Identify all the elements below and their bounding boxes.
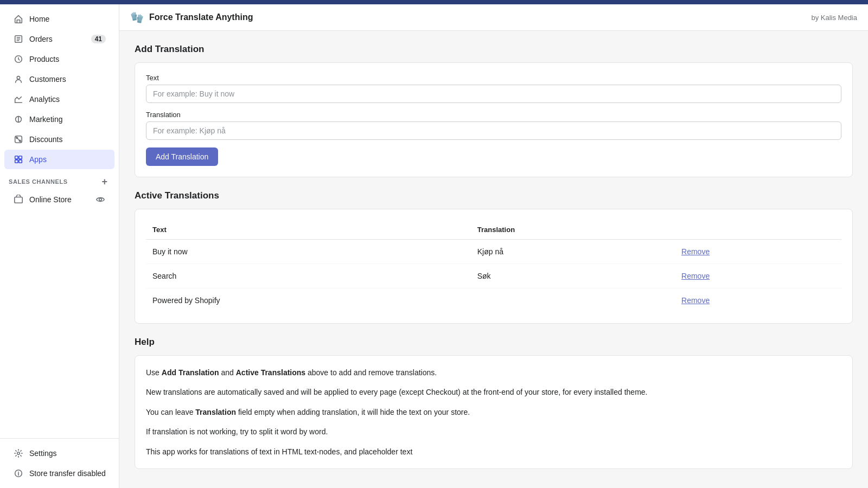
- sidebar-bottom: Settings Store transfer disabled: [0, 438, 119, 488]
- svg-rect-7: [19, 156, 22, 159]
- translation-text-cell: Powered by Shopify: [146, 288, 471, 313]
- sales-channels-header: SALES CHANNELS +: [0, 170, 119, 189]
- visibility-icon: [95, 194, 106, 205]
- app-title-text: Force Translate Anything: [149, 12, 253, 22]
- apps-label: Apps: [29, 155, 47, 164]
- add-translation-title: Add Translation: [135, 44, 853, 55]
- analytics-icon: [13, 94, 24, 105]
- info-icon: [13, 468, 24, 479]
- remove-button[interactable]: Remove: [681, 272, 710, 280]
- customers-icon: [13, 74, 24, 85]
- by-label: by Kalis Media: [811, 14, 857, 22]
- home-label: Home: [29, 15, 49, 23]
- discounts-icon: [13, 134, 24, 145]
- svg-rect-8: [15, 160, 18, 163]
- remove-cell: Remove: [675, 240, 841, 264]
- table-row: Buy it now Kjøp nå Remove: [146, 240, 841, 264]
- translation-value-cell: Søk: [471, 264, 675, 288]
- customers-label: Customers: [29, 75, 66, 84]
- translation-field-group: Translation: [146, 111, 841, 140]
- help-card: Use Add Translation and Active Translati…: [135, 355, 853, 469]
- sidebar-item-home[interactable]: Home: [4, 9, 114, 29]
- remove-cell: Remove: [675, 264, 841, 288]
- online-store-icon: [13, 194, 24, 205]
- help-paragraph: If translation is not working, try to sp…: [146, 426, 841, 438]
- orders-badge: 41: [91, 35, 106, 43]
- help-paragraph: You can leave Translation field empty wh…: [146, 406, 841, 418]
- table-row: Search Søk Remove: [146, 264, 841, 288]
- products-icon: [13, 54, 24, 65]
- sidebar-item-discounts[interactable]: Discounts: [4, 130, 114, 149]
- svg-point-11: [99, 198, 102, 201]
- products-label: Products: [29, 55, 59, 63]
- help-title: Help: [135, 337, 853, 348]
- analytics-label: Analytics: [29, 95, 60, 104]
- remove-button[interactable]: Remove: [681, 247, 710, 256]
- sidebar-item-store-transfer[interactable]: Store transfer disabled: [4, 464, 114, 483]
- col-action-header: [675, 220, 841, 240]
- table-row: Powered by Shopify Remove: [146, 288, 841, 313]
- orders-icon: [13, 34, 24, 44]
- add-translation-button[interactable]: Add Translation: [146, 147, 218, 166]
- translation-value-cell: Kjøp nå: [471, 240, 675, 264]
- translation-input[interactable]: [146, 121, 841, 140]
- marketing-label: Marketing: [29, 115, 62, 124]
- svg-rect-9: [19, 160, 22, 163]
- translations-table: Text Translation Buy it now Kjøp nå Remo…: [146, 220, 841, 312]
- translation-value-cell: [471, 288, 675, 313]
- top-bar: [0, 0, 868, 4]
- app-emoji: 🧤: [130, 11, 144, 24]
- col-translation-header: Translation: [471, 220, 675, 240]
- sidebar-item-settings[interactable]: Settings: [4, 444, 114, 463]
- online-store-label: Online Store: [29, 195, 72, 204]
- active-translations-title: Active Translations: [135, 190, 853, 201]
- sidebar-item-customers[interactable]: Customers: [4, 69, 114, 89]
- sidebar: Home Orders 41 Products Customers: [0, 4, 119, 488]
- main-content-area: 🧤 Force Translate Anything by Kalis Medi…: [119, 4, 868, 488]
- text-label: Text: [146, 74, 841, 82]
- home-icon: [13, 14, 24, 24]
- svg-point-2: [17, 76, 20, 79]
- sidebar-item-marketing[interactable]: Marketing: [4, 110, 114, 129]
- help-paragraph: New translations are automatically saved…: [146, 386, 841, 398]
- marketing-icon: [13, 114, 24, 125]
- add-sales-channel-button[interactable]: +: [99, 176, 110, 187]
- text-field-group: Text: [146, 74, 841, 103]
- translation-text-cell: Buy it now: [146, 240, 471, 264]
- remove-cell: Remove: [675, 288, 841, 313]
- svg-point-12: [17, 452, 20, 455]
- main-header: 🧤 Force Translate Anything by Kalis Medi…: [119, 4, 868, 31]
- translation-label: Translation: [146, 111, 841, 119]
- store-transfer-label: Store transfer disabled: [29, 469, 106, 478]
- discounts-label: Discounts: [29, 135, 62, 144]
- active-translations-card: Text Translation Buy it now Kjøp nå Remo…: [135, 209, 853, 324]
- sales-channels-label: SALES CHANNELS: [9, 178, 68, 185]
- svg-rect-10: [15, 197, 22, 203]
- sidebar-item-products[interactable]: Products: [4, 49, 114, 69]
- settings-label: Settings: [29, 449, 57, 458]
- help-paragraph: Use Add Translation and Active Translati…: [146, 367, 841, 378]
- orders-label: Orders: [29, 35, 53, 43]
- text-input[interactable]: [146, 85, 841, 103]
- remove-button[interactable]: Remove: [681, 296, 710, 305]
- translation-text-cell: Search: [146, 264, 471, 288]
- sidebar-item-online-store[interactable]: Online Store: [4, 190, 114, 209]
- apps-icon: [13, 154, 24, 165]
- add-translation-card: Text Translation Add Translation: [135, 62, 853, 177]
- page-content: Add Translation Text Translation Add Tra…: [119, 31, 868, 488]
- sidebar-item-analytics[interactable]: Analytics: [4, 89, 114, 109]
- svg-rect-6: [15, 156, 18, 159]
- sidebar-nav: Home Orders 41 Products Customers: [0, 4, 119, 438]
- col-text-header: Text: [146, 220, 471, 240]
- help-paragraph: This app works for translations of text …: [146, 446, 841, 458]
- app-title: 🧤 Force Translate Anything: [130, 11, 253, 24]
- settings-icon: [13, 448, 24, 459]
- sidebar-item-orders[interactable]: Orders 41: [4, 29, 114, 49]
- sidebar-item-apps[interactable]: Apps: [4, 150, 114, 169]
